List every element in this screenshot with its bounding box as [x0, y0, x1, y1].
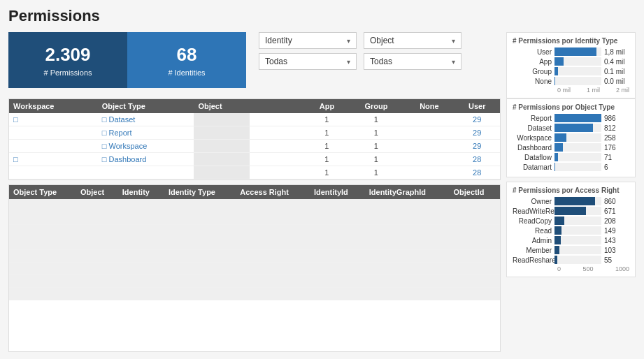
bar-value: 812 — [601, 124, 629, 132]
filter-row-top: Identity ▾ Object ▾ — [259, 32, 461, 49]
bar-inner — [554, 77, 555, 85]
object-filter-value[interactable]: Todas ▾ — [364, 53, 461, 70]
identity-filter-header[interactable]: Identity ▾ — [259, 32, 357, 49]
td-obj-type — [9, 249, 76, 262]
table-row[interactable]: □ Report 1 1 29 — [9, 126, 500, 140]
bar-inner — [554, 207, 586, 215]
td-obj — [76, 237, 118, 249]
td-spacer — [250, 140, 306, 153]
td-object — [194, 140, 250, 153]
identity-filter-value[interactable]: Todas ▾ — [259, 53, 357, 70]
bar-value: 671 — [601, 207, 629, 215]
right-charts-panel: # Permissions por Identity Type User 1,8… — [506, 32, 636, 98]
bar-value: 103 — [601, 247, 629, 254]
td-user: 29 — [454, 140, 500, 153]
td-identity-type — [164, 199, 236, 212]
chart-bar-row: Group 0.1 mil — [513, 67, 629, 75]
bar-value: 860 — [601, 198, 629, 205]
td-workspace — [9, 166, 98, 180]
td-identity-id — [310, 224, 365, 237]
bar-inner — [554, 226, 561, 235]
right-charts-side: # Permissions por Object Type Report 986… — [506, 98, 636, 352]
td-access-right — [236, 262, 310, 274]
bar-label: Workspace — [513, 134, 554, 142]
table-row[interactable]: □ □ Dashboard 1 1 28 — [9, 153, 500, 166]
td-identity-id — [310, 199, 365, 212]
td-identity-id — [310, 274, 365, 287]
td-obj-type: □ Workspace — [98, 140, 194, 153]
chart-bar-row: None 0.0 mil — [513, 77, 629, 85]
bar-inner — [554, 57, 564, 66]
th-app: App — [306, 99, 348, 113]
th-access-right: Access Right — [236, 185, 310, 199]
bar-outer — [554, 226, 601, 235]
kpi-cards: 2.309 # Permissions 68 # Identities — [8, 32, 246, 88]
td-none — [404, 166, 454, 180]
page: Permissions 2.309 # Permissions 68 # Ide… — [0, 0, 644, 359]
access-axis: 0 500 1000 — [513, 265, 629, 272]
chart-bar-row: Owner 860 — [513, 197, 629, 205]
td-workspace: □ — [9, 153, 98, 166]
th-object-type: Object Type — [98, 99, 194, 113]
page-title: Permissions — [8, 7, 636, 25]
td-obj-type: □ Report — [98, 126, 194, 140]
td-identity-graph — [365, 224, 450, 237]
left-tables: Workspace Object Type Object App Group N… — [8, 98, 501, 352]
td-obj-type — [9, 212, 76, 224]
bar-outer — [554, 217, 601, 225]
td-spacer — [250, 166, 306, 180]
th-obj: Object — [76, 185, 118, 199]
bar-outer — [554, 207, 601, 215]
table-row[interactable] — [9, 212, 500, 224]
chart-object-title: # Permissions por Object Type — [513, 103, 629, 111]
identity-selected: Todas — [265, 57, 287, 66]
filters: Identity ▾ Object ▾ Todas ▾ Todas ▾ — [259, 32, 461, 70]
bar-outer — [554, 77, 601, 85]
td-group: 1 — [348, 126, 404, 140]
td-obj — [76, 199, 118, 212]
bar-outer — [554, 47, 601, 56]
td-group: 1 — [348, 166, 404, 180]
td-workspace — [9, 140, 98, 153]
table-row[interactable] — [9, 237, 500, 249]
bar-label: Dashboard — [513, 144, 554, 152]
td-identity-type — [164, 249, 236, 262]
td-identity-graph — [365, 199, 450, 212]
td-obj-type — [9, 262, 76, 274]
top-table: Workspace Object Type Object App Group N… — [8, 98, 501, 180]
table-row[interactable]: □ Workspace 1 1 29 — [9, 140, 500, 153]
table-row[interactable] — [9, 249, 500, 262]
td-app: 1 — [306, 140, 348, 153]
identity-bars: User 1,8 mil App 0.4 mil Group 0.1 mil N… — [513, 47, 629, 85]
th-identity-type: Identity Type — [164, 185, 236, 199]
td-user: 29 — [454, 126, 500, 140]
td-none — [404, 153, 454, 166]
bottom-data-table: Object Type Object Identity Identity Typ… — [9, 185, 500, 300]
th-group: Group — [348, 99, 404, 113]
table-row[interactable] — [9, 274, 500, 287]
th-spacer — [250, 99, 306, 113]
chart-bar-row: Report 986 — [513, 114, 629, 122]
td-none — [404, 126, 454, 140]
chart-bar-row: Dashboard 176 — [513, 143, 629, 152]
td-obj — [76, 262, 118, 274]
chart-bar-row: ReadCopy 208 — [513, 217, 629, 225]
td-object-id — [449, 274, 500, 287]
table-row[interactable] — [9, 287, 500, 300]
table-row[interactable] — [9, 199, 500, 212]
td-identity-type — [164, 287, 236, 300]
td-object — [194, 153, 250, 166]
bottom-table-header-row: Object Type Object Identity Identity Typ… — [9, 185, 500, 199]
td-access-right — [236, 212, 310, 224]
table-row[interactable] — [9, 224, 500, 237]
td-identity-id — [310, 262, 365, 274]
td-app: 1 — [306, 153, 348, 166]
object-filter-header[interactable]: Object ▾ — [364, 32, 461, 49]
td-access-right — [236, 199, 310, 212]
table-row[interactable]: 1 1 28 — [9, 166, 500, 180]
table-row[interactable] — [9, 262, 500, 274]
td-identity-graph — [365, 212, 450, 224]
bar-inner — [554, 246, 559, 254]
table-row[interactable]: □ □ Dataset 1 1 29 — [9, 113, 500, 126]
th-identity-graph: IdentityGraphId — [365, 185, 450, 199]
